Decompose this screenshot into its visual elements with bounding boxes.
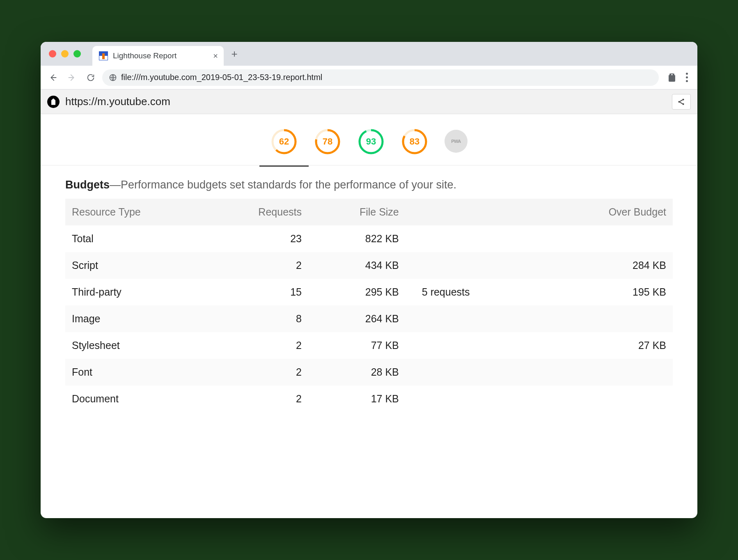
cell-requests: 8 [235, 305, 308, 332]
table-row: Font228 KB [65, 359, 673, 386]
share-icon [677, 97, 686, 106]
cell-resource: Total [65, 225, 235, 252]
gauge-score: 62 [270, 128, 298, 155]
cell-over-budget: 195 KB [551, 279, 673, 305]
gauge-score: 93 [358, 128, 385, 155]
new-tab-button[interactable]: + [226, 48, 243, 60]
cell-over-requests [406, 305, 551, 332]
col-resource-type: Resource Type [65, 199, 235, 225]
address-bar[interactable]: file:///m.youtube.com_2019-05-01_23-53-1… [102, 69, 659, 86]
cell-over-budget: 284 KB [551, 252, 673, 279]
cell-requests: 23 [235, 225, 308, 252]
lighthouse-favicon-icon [99, 51, 108, 60]
close-window-button[interactable] [49, 50, 56, 57]
cell-resource: Image [65, 305, 235, 332]
tab-title: Lighthouse Report [113, 51, 176, 60]
cell-size: 28 KB [308, 359, 406, 386]
cell-over-requests [406, 252, 551, 279]
pwa-badge[interactable]: PWA [445, 130, 468, 153]
cell-size: 434 KB [308, 252, 406, 279]
arrow-left-icon [48, 73, 57, 82]
col-file-size: File Size [308, 199, 406, 225]
table-row: Total23822 KB [65, 225, 673, 252]
score-gauge[interactable]: 62 [270, 128, 298, 155]
table-row: Document217 KB [65, 386, 673, 412]
cell-resource: Stylesheet [65, 332, 235, 359]
cell-over-requests [406, 359, 551, 386]
cell-size: 264 KB [308, 305, 406, 332]
budgets-section-title: Budgets—Performance budgets set standard… [65, 179, 673, 191]
lighthouse-header: https://m.youtube.com [41, 90, 697, 114]
zoom-window-button[interactable] [73, 50, 81, 57]
minimize-window-button[interactable] [61, 50, 69, 57]
cell-size: 77 KB [308, 332, 406, 359]
score-gauge[interactable]: 93 [358, 128, 385, 155]
lighthouse-logo-icon [47, 96, 60, 108]
reload-icon [86, 73, 95, 82]
dot-icon [686, 80, 688, 82]
cell-requests: 2 [235, 359, 308, 386]
arrow-right-icon [67, 73, 76, 82]
globe-icon [109, 73, 117, 82]
tested-url: https://m.youtube.com [65, 95, 170, 108]
cell-size: 295 KB [308, 279, 406, 305]
reload-button[interactable] [83, 70, 98, 85]
dot-icon [686, 73, 688, 75]
extensions-icon[interactable] [667, 73, 677, 83]
cell-requests: 15 [235, 279, 308, 305]
cell-resource: Third-party [65, 279, 235, 305]
gauge-score: 78 [314, 128, 341, 155]
gauge-score: 83 [401, 128, 428, 155]
cell-requests: 2 [235, 332, 308, 359]
table-header-row: Resource Type Requests File Size Over Bu… [65, 199, 673, 225]
cell-over-budget [551, 225, 673, 252]
cell-over-requests [406, 332, 551, 359]
address-text: file:///m.youtube.com_2019-05-01_23-53-1… [121, 73, 322, 82]
close-tab-button[interactable]: × [213, 51, 218, 61]
back-button[interactable] [46, 70, 60, 85]
cell-over-budget [551, 359, 673, 386]
table-row: Third-party15295 KB5 requests195 KB [65, 279, 673, 305]
score-gauges: 62789383PWA [41, 114, 697, 165]
cell-over-requests: 5 requests [406, 279, 551, 305]
cell-size: 822 KB [308, 225, 406, 252]
cell-over-budget [551, 305, 673, 332]
window-controls [49, 50, 81, 57]
col-over-budget: Over Budget [551, 199, 673, 225]
table-row: Image8264 KB [65, 305, 673, 332]
tab-bar: Lighthouse Report × + [41, 42, 697, 66]
cell-over-budget [551, 386, 673, 412]
report-body: Budgets—Performance budgets set standard… [41, 165, 697, 518]
browser-window: Lighthouse Report × + file:///m.youtube.… [41, 42, 697, 518]
svg-point-2 [683, 99, 684, 100]
browser-toolbar: file:///m.youtube.com_2019-05-01_23-53-1… [41, 66, 697, 90]
cell-resource: Document [65, 386, 235, 412]
svg-point-1 [678, 101, 680, 102]
cell-resource: Script [65, 252, 235, 279]
score-gauge[interactable]: 83 [401, 128, 428, 155]
budgets-title-strong: Budgets [65, 179, 110, 191]
cell-requests: 2 [235, 252, 308, 279]
score-gauge[interactable]: 78 [314, 128, 341, 155]
browser-menu-button[interactable] [681, 73, 692, 82]
toolbar-right [667, 73, 692, 83]
cell-size: 17 KB [308, 386, 406, 412]
table-row: Stylesheet277 KB27 KB [65, 332, 673, 359]
browser-tab[interactable]: Lighthouse Report × [92, 46, 224, 66]
budgets-title-rest: —Performance budgets set standards for t… [110, 179, 456, 191]
col-spacer [406, 199, 551, 225]
cell-over-requests [406, 225, 551, 252]
cell-requests: 2 [235, 386, 308, 412]
cell-over-budget: 27 KB [551, 332, 673, 359]
table-row: Script2434 KB284 KB [65, 252, 673, 279]
share-button[interactable] [672, 94, 691, 110]
forward-button[interactable] [64, 70, 79, 85]
cell-over-requests [406, 386, 551, 412]
svg-point-3 [683, 103, 684, 105]
col-requests: Requests [235, 199, 308, 225]
dot-icon [686, 76, 688, 78]
cell-resource: Font [65, 359, 235, 386]
budgets-table: Resource Type Requests File Size Over Bu… [65, 199, 673, 412]
